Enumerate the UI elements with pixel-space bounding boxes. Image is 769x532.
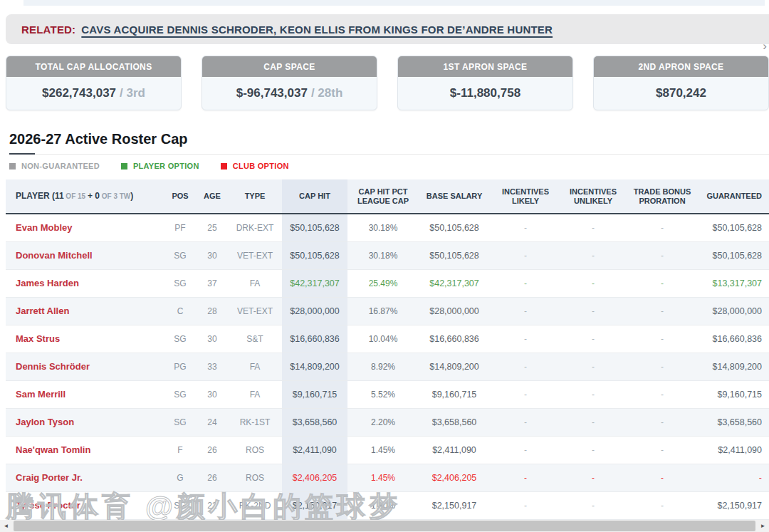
card-rank: / 28th [311,86,342,100]
column-header-guaranteed[interactable]: GUARANTEED [699,179,769,214]
player-name-link[interactable]: Dennis Schröder [6,353,164,380]
player-name-link[interactable]: Donovan Mitchell [6,241,164,269]
player-age: 24 [197,408,228,436]
trade-bonus-value: - [625,241,699,269]
player-row: Evan Mobley PF 25 DRK-EXT $50,105,628 30… [6,214,769,241]
column-header-player[interactable]: PLAYER (11 OF 15 + 0 OF 3 TW) [6,179,164,214]
column-header-incentives-likely[interactable]: INCENTIVES LIKELY [490,179,561,214]
cap-hit-value: $50,105,628 [282,241,347,269]
base-salary-value: $9,160,715 [419,380,490,408]
player-name-link[interactable]: Tyrese Proctor [6,491,164,519]
base-salary-value: $2,406,205 [419,464,490,491]
player-contract-type: VET-EXT [228,297,282,325]
card-title: 2ND APRON SPACE [594,56,768,77]
player-contract-type: DRK-EXT [228,214,282,241]
cap-hit-value: $2,150,917 [282,491,347,519]
column-header-pos[interactable]: POS [164,179,197,214]
red-square-icon [221,163,227,169]
card-value: $-11,880,758 [450,86,520,100]
tw-count: + 0 [88,191,100,201]
player-position: C [164,297,197,325]
cap-hit-pct-value: 2.20% [347,408,419,436]
player-name-link[interactable]: Evan Mobley [6,214,164,241]
base-salary-value: $50,105,628 [419,214,490,241]
column-header-trade-bonus[interactable]: TRADE BONUS PRORATION [625,179,699,214]
column-header-cap-hit-pct[interactable]: CAP HIT PCT LEAGUE CAP [347,179,419,214]
player-contract-type: FA [228,380,282,408]
base-salary-value: $42,317,307 [419,269,490,297]
scroll-left-arrow-icon[interactable]: ◄ [0,520,12,532]
player-row: Sam Merrill SG 30 FA $9,160,715 5.52% $9… [6,380,769,408]
trade-bonus-value: - [625,325,699,353]
legend-club-option: CLUB OPTION [221,162,289,170]
player-row: Max Strus SG 30 S&T $16,660,836 10.04% $… [6,325,769,353]
card-value: $-96,743,037 [236,86,308,100]
base-salary-value: $3,658,560 [419,408,490,436]
column-header-cap-hit[interactable]: CAP HIT [282,179,347,214]
incentives-likely-value: - [490,353,561,380]
horizontal-scrollbar[interactable]: ◄ ► [0,520,769,532]
incentives-likely-value: - [490,269,561,297]
player-name-link[interactable]: Jarrett Allen [6,297,164,325]
cap-hit-value: $14,809,200 [282,353,347,380]
guaranteed-value: $28,000,000 [699,297,769,325]
player-position: PF [164,214,197,241]
player-age: 33 [197,353,228,380]
green-square-icon [121,163,127,169]
cap-hit-value: $2,406,205 [282,464,347,491]
player-name-link[interactable]: Sam Merrill [6,380,164,408]
cap-hit-pct-value: 16.87% [347,297,419,325]
guaranteed-value: $9,160,715 [699,380,769,408]
column-header-incentives-unlikely[interactable]: INCENTIVES UNLIKELY [561,179,625,214]
player-of-total: OF 15 [64,192,88,200]
scrollbar-thumb[interactable] [14,521,755,531]
cap-hit-value: $28,000,000 [282,297,347,325]
player-row: Dennis Schröder PG 33 FA $14,809,200 8.9… [6,353,769,380]
player-name-link[interactable]: Jaylon Tyson [6,408,164,436]
base-salary-value: $28,000,000 [419,297,490,325]
cap-hit-pct-value: 10.04% [347,325,419,353]
column-header-type[interactable]: TYPE [228,179,282,214]
player-age: 30 [197,380,228,408]
table-header-row: PLAYER (11 OF 15 + 0 OF 3 TW) POS AGE TY… [6,179,769,214]
column-header-base-salary[interactable]: BASE SALARY [419,179,490,214]
incentives-likely-value: - [490,380,561,408]
player-name-link[interactable]: Craig Porter Jr. [6,464,164,491]
related-bar: RELATED: CAVS ACQUIRE DENNIS SCHRODER, K… [6,14,769,44]
trade-bonus-value: - [625,297,699,325]
cap-hit-pct-value: 25.49% [347,269,419,297]
table-body: Evan Mobley PF 25 DRK-EXT $50,105,628 30… [6,214,769,519]
trade-bonus-value: - [625,408,699,436]
card-2nd-apron-space: 2ND APRON SPACE $870,242 [593,56,769,110]
gray-square-icon [9,163,16,169]
cap-hit-value: $42,317,307 [282,269,347,297]
card-total-cap-allocations: TOTAL CAP ALLOCATIONS $262,743,037 / 3rd [6,56,182,110]
player-age: 30 [197,241,228,269]
player-name-link[interactable]: James Harden [6,269,164,297]
chevron-right-icon[interactable]: › [763,40,767,52]
section-divider [9,154,769,155]
player-row: Nae'qwan Tomlin F 26 ROS $2,411,090 1.45… [6,436,769,464]
cap-hit-value: $50,105,628 [282,214,347,241]
incentives-likely-value: - [490,436,561,464]
legend-non-guaranteed: NON-GUARANTEED [9,162,100,170]
cap-hit-value: $9,160,715 [282,380,347,408]
card-value: $870,242 [656,86,706,100]
incentives-unlikely-value: - [561,269,625,297]
trade-bonus-value: - [625,269,699,297]
trade-bonus-value: - [625,214,699,241]
player-age: 28 [197,297,228,325]
trade-bonus-value: - [625,491,699,519]
player-contract-type: S&T [228,325,282,353]
guaranteed-value: $50,105,628 [699,241,769,269]
cap-hit-value: $16,660,836 [282,325,347,353]
base-salary-value: $14,809,200 [419,353,490,380]
scroll-right-arrow-icon[interactable]: ► [757,520,769,532]
cap-hit-pct-value: 1.45% [347,464,419,491]
related-article-link[interactable]: CAVS ACQUIRE DENNIS SCHRODER, KEON ELLIS… [81,24,553,36]
player-name-link[interactable]: Max Strus [6,325,164,353]
player-name-link[interactable]: Nae'qwan Tomlin [6,436,164,464]
player-contract-type: FA [228,269,282,297]
cap-hit-pct-value: 30.18% [347,241,419,269]
column-header-age[interactable]: AGE [197,179,228,214]
